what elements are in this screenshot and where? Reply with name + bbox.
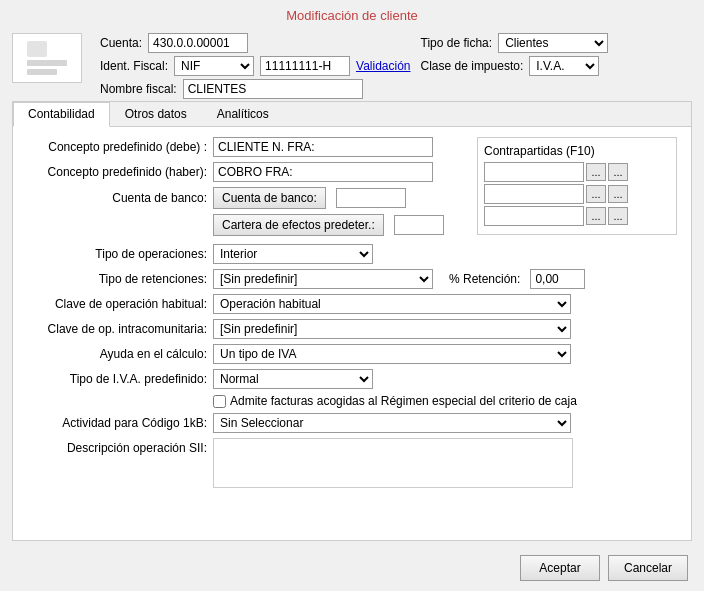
tipo-retenciones-label: Tipo de retenciones:: [27, 272, 207, 286]
clave-operacion-label: Clave de operación habitual:: [27, 297, 207, 311]
descripcion-sii-textarea[interactable]: [213, 438, 573, 488]
retencion-input[interactable]: [530, 269, 585, 289]
concepto-haber-input[interactable]: [213, 162, 433, 182]
tab-content-contabilidad: Concepto predefinido (debe) : Concepto p…: [13, 127, 691, 540]
contrapartida-btn-2b[interactable]: ...: [608, 185, 628, 203]
concepto-haber-label: Concepto predefinido (haber):: [27, 165, 207, 179]
actividad-select[interactable]: Sin Seleccionar: [213, 413, 571, 433]
nif-number-input[interactable]: [260, 56, 350, 76]
cartera-button[interactable]: Cartera de efectos predeter.:: [213, 214, 384, 236]
cancelar-button[interactable]: Cancelar: [608, 555, 688, 581]
tab-otros-datos[interactable]: Otros datos: [110, 102, 202, 126]
tabs-header: Contabilidad Otros datos Analíticos: [13, 102, 691, 127]
retencion-label: % Retención:: [449, 272, 520, 286]
nif-type-select[interactable]: NIF: [174, 56, 254, 76]
tipo-ficha-label: Tipo de ficha:: [421, 36, 493, 50]
nombre-fiscal-input[interactable]: [183, 79, 363, 99]
actividad-label: Actividad para Código 1kB:: [27, 416, 207, 430]
cuenta-input[interactable]: [148, 33, 248, 53]
concepto-debe-label: Concepto predefinido (debe) :: [27, 140, 207, 154]
clase-impuesto-label: Clase de impuesto:: [421, 59, 524, 73]
nombre-fiscal-label: Nombre fiscal:: [100, 82, 177, 96]
button-bar: Aceptar Cancelar: [0, 549, 704, 591]
concepto-debe-input[interactable]: [213, 137, 433, 157]
cuenta-banco-button[interactable]: Cuenta de banco:: [213, 187, 326, 209]
clave-operacion-select[interactable]: Operación habitual: [213, 294, 571, 314]
cuenta-banco-label: Cuenta de banco:: [27, 191, 207, 205]
contrapartidas-title: Contrapartidas (F10): [484, 144, 670, 158]
tabs-container: Contabilidad Otros datos Analíticos Conc…: [12, 101, 692, 541]
ayuda-calculo-select[interactable]: Un tipo de IVA: [213, 344, 571, 364]
clave-intracomunitaria-label: Clave de op. intracomunitaria:: [27, 322, 207, 336]
cuenta-banco-input[interactable]: [336, 188, 406, 208]
ayuda-calculo-label: Ayuda en el cálculo:: [27, 347, 207, 361]
contrapartida-input-1[interactable]: [484, 162, 584, 182]
contrapartida-btn-1a[interactable]: ...: [586, 163, 606, 181]
logo: [12, 33, 82, 83]
contrapartida-btn-3b[interactable]: ...: [608, 207, 628, 225]
tab-contabilidad[interactable]: Contabilidad: [13, 102, 110, 127]
aceptar-button[interactable]: Aceptar: [520, 555, 600, 581]
tipo-operaciones-label: Tipo de operaciones:: [27, 247, 207, 261]
contrapartida-btn-3a[interactable]: ...: [586, 207, 606, 225]
cartera-input[interactable]: [394, 215, 444, 235]
tipo-operaciones-select[interactable]: Interior: [213, 244, 373, 264]
contrapartida-input-3[interactable]: [484, 206, 584, 226]
criterio-caja-label: Admite facturas acogidas al Régimen espe…: [230, 394, 577, 408]
ident-fiscal-label: Ident. Fiscal:: [100, 59, 168, 73]
contrapartida-input-2[interactable]: [484, 184, 584, 204]
contrapartida-btn-2a[interactable]: ...: [586, 185, 606, 203]
tipo-retenciones-select[interactable]: [Sin predefinir]: [213, 269, 433, 289]
clase-impuesto-select[interactable]: I.V.A.: [529, 56, 599, 76]
descripcion-sii-label: Descripción operación SII:: [27, 438, 207, 455]
validacion-link[interactable]: Validación: [356, 59, 410, 73]
window-title: Modificación de cliente: [0, 0, 704, 29]
tab-analiticos[interactable]: Analíticos: [202, 102, 284, 126]
clave-intracomunitaria-select[interactable]: [Sin predefinir]: [213, 319, 571, 339]
cuenta-label: Cuenta:: [100, 36, 142, 50]
contrapartida-btn-1b[interactable]: ...: [608, 163, 628, 181]
tipo-ficha-select[interactable]: Clientes: [498, 33, 608, 53]
tipo-iva-label: Tipo de I.V.A. predefinido:: [27, 372, 207, 386]
criterio-caja-checkbox[interactable]: [213, 395, 226, 408]
tipo-iva-select[interactable]: Normal: [213, 369, 373, 389]
